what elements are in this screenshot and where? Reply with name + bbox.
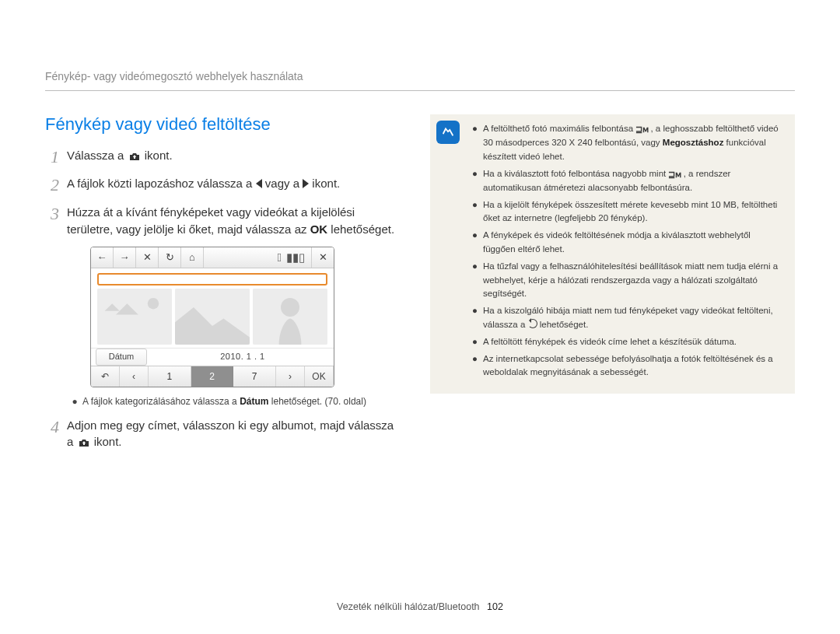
note-text: Ha a kijelölt fényképek összesített mére… [483, 198, 782, 226]
device-meta-row: Dátum 2010. 1 . 1 [91, 348, 334, 366]
device-screenshot: ← → ✕ ↻ ⌂ 𝍾 ▮▮▯ ✕ [90, 247, 334, 387]
bullet-icon: ● [472, 122, 477, 164]
bullet-icon: ● [472, 198, 477, 226]
refresh-icon[interactable]: ↻ [159, 247, 181, 268]
step-number: 3 [45, 204, 59, 409]
info-icon [436, 121, 460, 144]
thumbnail-row [97, 289, 327, 345]
svg-point-4 [281, 298, 299, 317]
bullet-icon: ● [72, 395, 78, 408]
category-button[interactable]: Dátum [96, 349, 147, 366]
status-area: 𝍾 ▮▮▯ [204, 247, 311, 268]
step-body: Húzza át a kívánt fényképeket vagy videó… [67, 204, 399, 409]
subnote-text: lehetőséget. (70. oldal) [271, 396, 366, 407]
resolution-2m-icon: ⊒ᴍ [668, 168, 681, 181]
step-3-subnote: ● A fájlok kategorizálásához válassza a … [67, 395, 399, 408]
ok-button[interactable]: OK [305, 366, 334, 387]
step-4: 4 Adjon meg egy címet, válasszon ki egy … [45, 417, 399, 453]
step-text: ikont. [312, 177, 340, 190]
page-number: 102 [487, 601, 503, 612]
note-item: ● Ha a kijelölt fényképek összesített mé… [472, 198, 782, 226]
step-body: A fájlok közti lapozáshoz válassza a vag… [67, 175, 399, 195]
close-icon[interactable]: ✕ [136, 247, 159, 268]
next-icon[interactable]: › [276, 366, 305, 387]
bullet-icon: ● [472, 335, 477, 349]
step-3: 3 Húzza át a kívánt fényképeket vagy vid… [45, 204, 399, 409]
antenna-icon: 𝍾 [278, 249, 282, 266]
bullet-icon: ● [472, 352, 477, 380]
resolution-2m-icon: ⊒ᴍ [635, 123, 648, 136]
back-icon[interactable]: ← [91, 247, 114, 268]
step-1: 1 Válassza a ikont. [45, 147, 399, 167]
svg-rect-0 [97, 289, 172, 345]
right-column: ● A feltölthető fotó maximális felbontás… [430, 114, 795, 460]
undo-icon[interactable]: ↶ [91, 366, 120, 387]
step-text: lehetőséget. [331, 222, 394, 236]
forward-icon[interactable]: → [114, 247, 136, 268]
note-text: A feltöltött fényképek és videók címe le… [483, 335, 737, 349]
page-2[interactable]: 2 [191, 366, 234, 387]
device-bottom-toolbar: ↶ ‹ 1 2 7 › OK [91, 366, 334, 387]
svg-point-1 [148, 298, 159, 309]
upload-icon [129, 149, 140, 166]
step-body: Válassza a ikont. [67, 147, 399, 167]
subnote-bold: Dátum [240, 396, 268, 407]
date-value: 2010. 1 . 1 [152, 351, 334, 363]
note-item: ● A fényképek és videók feltöltésének mó… [472, 229, 782, 257]
step-number: 2 [45, 175, 59, 195]
note-item: ● Az internetkapcsolat sebessége befolyá… [472, 352, 782, 380]
thumbnail[interactable] [253, 289, 327, 345]
left-column: Fénykép vagy videó feltöltése 1 Válassza… [45, 114, 399, 460]
prev-icon[interactable]: ‹ [120, 366, 149, 387]
bullet-icon: ● [472, 304, 477, 332]
note-list: ● A feltölthető fotó maximális felbontás… [472, 122, 782, 380]
step-text: vagy a [265, 177, 303, 190]
device-content [91, 268, 334, 348]
page-1[interactable]: 1 [149, 366, 191, 387]
device-top-toolbar: ← → ✕ ↻ ⌂ 𝍾 ▮▮▯ ✕ [91, 247, 334, 268]
step-body: Adjon meg egy címet, válasszon ki egy al… [67, 417, 399, 453]
upload-icon [79, 435, 89, 452]
thumbnail[interactable] [175, 289, 250, 345]
refresh-icon [528, 319, 537, 328]
note-text: Ha a kiválasztott fotó felbontása nagyob… [483, 169, 668, 178]
selection-drop-zone[interactable] [97, 273, 327, 285]
x-icon[interactable]: ✕ [311, 247, 334, 268]
two-column-layout: Fénykép vagy videó feltöltése 1 Válassza… [45, 114, 795, 460]
note-item: ● Ha tűzfal vagy a felhasználóhitelesíté… [472, 260, 782, 301]
info-note-box: ● A feltölthető fotó maximális felbontás… [430, 114, 795, 394]
step-text: ikont. [94, 435, 122, 448]
note-bold: Megosztáshoz [663, 138, 724, 147]
section-title: Fénykép vagy videó feltöltése [45, 114, 399, 135]
chevron-right-icon [303, 179, 309, 188]
pager: 1 2 7 [149, 366, 276, 387]
bullet-icon: ● [472, 260, 477, 301]
breadcrumb: Fénykép- vagy videómegosztó webhelyek ha… [45, 70, 795, 91]
step-text: Válassza a [67, 149, 128, 162]
footer-section: Vezeték nélküli hálózat/Bluetooth [337, 601, 479, 612]
note-item: ● A feltölthető fotó maximális felbontás… [472, 122, 782, 164]
note-item: ● A feltöltött fényképek és videók címe … [472, 335, 782, 349]
step-2: 2 A fájlok közti lapozáshoz válassza a v… [45, 175, 399, 195]
step-number: 4 [45, 417, 59, 453]
page-footer: Vezeték nélküli hálózat/Bluetooth 102 [0, 601, 840, 612]
note-item: ● Ha a kiválasztott fotó felbontása nagy… [472, 167, 782, 195]
note-text: Az internetkapcsolat sebessége befolyáso… [483, 352, 782, 380]
bullet-icon: ● [472, 167, 477, 195]
note-text: A feltölthető fotó maximális felbontása [483, 124, 635, 133]
step-number: 1 [45, 147, 59, 167]
home-icon[interactable]: ⌂ [181, 247, 204, 268]
step-text: A fájlok közti lapozáshoz válassza a [67, 177, 256, 190]
step-list: 1 Válassza a ikont. 2 A fájlok közti lap… [45, 147, 399, 452]
bullet-icon: ● [472, 229, 477, 257]
thumbnail[interactable] [97, 289, 172, 345]
note-text: lehetőséget. [540, 320, 589, 329]
page: Fénykép- vagy videómegosztó webhelyek ha… [0, 0, 840, 634]
page-7[interactable]: 7 [233, 366, 276, 387]
note-text: Ha tűzfal vagy a felhasználóhitelesítési… [483, 260, 782, 301]
signal-icon: ▮▮▯ [286, 249, 305, 266]
note-text: A fényképek és videók feltöltésének módj… [483, 229, 782, 257]
ok-label: OK [310, 222, 328, 236]
note-item: ● Ha a kiszolgáló hibája miatt nem tud f… [472, 304, 782, 332]
step-text: ikont. [145, 149, 173, 162]
